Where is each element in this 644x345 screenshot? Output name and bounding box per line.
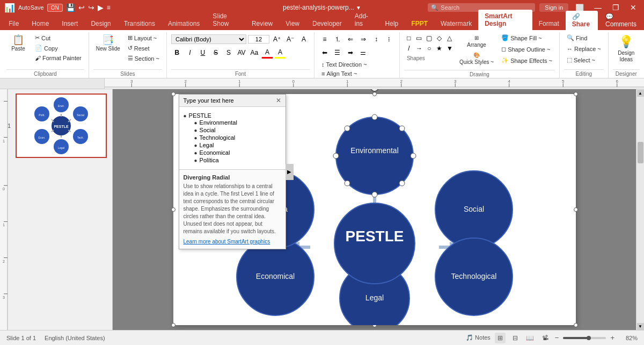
char-spacing-button[interactable]: AV (236, 47, 247, 59)
reset-button[interactable]: ↺ Reset (125, 44, 162, 53)
title-dropdown-icon[interactable]: ▼ (356, 5, 361, 11)
shape-tri[interactable]: △ (445, 33, 455, 43)
clear-format-button[interactable]: A (298, 33, 310, 45)
shape-fill-button[interactable]: 🪣 Shape Fill ~ (499, 33, 555, 42)
tab-review[interactable]: Review (245, 17, 279, 30)
expand-arrow[interactable]: ▶ (286, 164, 294, 180)
italic-button[interactable]: I (184, 47, 196, 59)
text-direction-button[interactable]: ↕ Text Direction ~ (319, 60, 392, 69)
increase-indent-button[interactable]: ⇒ (357, 33, 369, 45)
layout-button[interactable]: ⊞ Layout ~ (125, 33, 162, 42)
quick-styles-button[interactable]: 🎨 Quick Styles ~ (457, 51, 496, 67)
numbering-button[interactable]: ⒈ (332, 33, 343, 45)
save-icon[interactable]: 💾 (66, 3, 75, 12)
text-panel-close[interactable]: ✕ (276, 97, 281, 104)
bold-button[interactable]: B (171, 47, 183, 59)
shape-star[interactable]: ★ (435, 44, 444, 53)
reading-view-button[interactable]: 📖 (525, 333, 536, 343)
tab-transitions[interactable]: Transitions (118, 17, 162, 30)
shadow-button[interactable]: S (223, 47, 235, 59)
shape-more[interactable]: ▼ (445, 44, 455, 53)
section-button[interactable]: ☰ Section ~ (125, 54, 162, 63)
comments-button[interactable]: 💬 Comments (600, 11, 642, 30)
canvas-area[interactable]: ↻ (113, 89, 636, 330)
learn-more-link[interactable]: Learn more about SmartArt graphics (184, 239, 281, 245)
zoom-level[interactable]: 82% (619, 335, 638, 341)
shape-line[interactable]: / (404, 44, 414, 53)
line-spacing-button[interactable]: ↕ (370, 33, 382, 45)
zoom-out-button[interactable]: − (555, 334, 559, 342)
center-button[interactable]: ☰ (332, 47, 343, 59)
undo-icon[interactable]: ↩ (78, 3, 85, 12)
tab-help[interactable]: Help (379, 17, 405, 30)
zoom-thumb[interactable] (587, 336, 591, 340)
strikethrough-button[interactable]: S (210, 47, 222, 59)
zoom-in-button[interactable]: + (610, 334, 614, 342)
decrease-font-button[interactable]: A⁻ (284, 33, 296, 45)
find-button[interactable]: 🔍 Find (564, 33, 590, 42)
presenter-view-button[interactable]: 📽 (540, 333, 551, 343)
tab-insert[interactable]: Insert (55, 17, 84, 30)
search-box[interactable]: 🔍 Search (428, 3, 535, 12)
shape-diamond[interactable]: ◇ (435, 33, 444, 43)
replace-button[interactable]: ↔ Replace ~ (564, 45, 604, 53)
font-color-button[interactable]: A (261, 47, 273, 59)
format-painter-button[interactable]: 🖌 Format Painter (32, 54, 84, 62)
scroll-up-button[interactable]: ▲ (637, 90, 644, 97)
tab-file[interactable]: File (2, 17, 25, 30)
scroll-thumb[interactable] (638, 142, 643, 163)
share-button[interactable]: 🔗 Share (566, 11, 598, 30)
zoom-slider[interactable] (563, 337, 606, 339)
tab-format[interactable]: Format (532, 17, 566, 30)
shape-circle[interactable]: ○ (425, 44, 434, 53)
font-name-select[interactable]: Calibri (Body) (171, 34, 246, 44)
tab-developer[interactable]: Developer (306, 17, 348, 30)
normal-view-button[interactable]: ⊞ (495, 333, 506, 343)
underline-button[interactable]: U (197, 47, 209, 59)
tab-view[interactable]: View (279, 17, 306, 30)
tab-design[interactable]: Design (84, 17, 117, 30)
design-ideas-button[interactable]: 💡 Design Ideas (613, 33, 640, 64)
shape-effects-button[interactable]: ✨ Shape Effects ~ (499, 56, 555, 65)
decrease-indent-button[interactable]: ⇐ (345, 33, 356, 45)
signin-button[interactable]: Sign in (539, 3, 568, 12)
tab-home[interactable]: Home (25, 17, 55, 30)
rotate-handle[interactable]: ↻ (370, 89, 379, 92)
font-size-btn2[interactable]: Aa (248, 47, 260, 59)
increase-font-button[interactable]: A⁺ (271, 33, 283, 45)
notes-button[interactable]: 🎵 Notes (466, 334, 491, 341)
autosave-toggle[interactable]: ON (47, 4, 63, 12)
slide-thumbnail-1[interactable]: PESTLE Envir. Social Tech. Legal Econ. (16, 94, 107, 158)
align-text-button[interactable]: ≡ Align Text ~ (319, 69, 392, 78)
cut-button[interactable]: ✂ Cut (32, 33, 84, 42)
align-left-button[interactable]: ⬅ (319, 47, 331, 59)
slide-canvas[interactable]: ↻ (173, 94, 576, 325)
new-slide-button[interactable]: 📑 New Slide (93, 33, 123, 53)
shape-outline-button[interactable]: ◻ Shape Outline ~ (499, 45, 555, 54)
shape-rect[interactable]: □ (404, 33, 414, 43)
redo-icon[interactable]: ↪ (88, 3, 94, 12)
scroll-track[interactable] (637, 97, 644, 323)
tab-animations[interactable]: Animations (162, 17, 206, 30)
tab-fppt[interactable]: FPPT (405, 17, 434, 30)
font-size-input[interactable] (248, 35, 269, 44)
right-scrollbar[interactable]: ▲ ▼ (636, 89, 644, 330)
bullets-button[interactable]: ≡ (319, 33, 331, 45)
scroll-down-button[interactable]: ▼ (637, 323, 644, 330)
title-customize-icon[interactable]: ≡ (107, 4, 111, 11)
tab-slideshow[interactable]: Slide Show (206, 10, 245, 30)
shape-round[interactable]: ▢ (425, 33, 434, 43)
justify-button[interactable]: ⚌ (357, 47, 369, 59)
paste-button[interactable]: 📋 Paste (6, 33, 30, 53)
slide-sorter-button[interactable]: ⊟ (510, 333, 521, 343)
copy-button[interactable]: 📄 Copy (32, 44, 84, 53)
shape-rect2[interactable]: ▭ (414, 33, 424, 43)
tab-watermark[interactable]: Watermark (434, 17, 478, 30)
tab-smartart[interactable]: SmartArt Design (478, 10, 532, 30)
tab-addins[interactable]: Add-ins (348, 10, 379, 30)
highlight-button[interactable]: A (274, 47, 286, 59)
shape-arrow[interactable]: → (414, 44, 424, 53)
arrange-button[interactable]: ⊞ Arrange (457, 33, 496, 49)
align-right-button[interactable]: ➡ (345, 47, 356, 59)
columns-button[interactable]: ⫶ (383, 33, 395, 45)
